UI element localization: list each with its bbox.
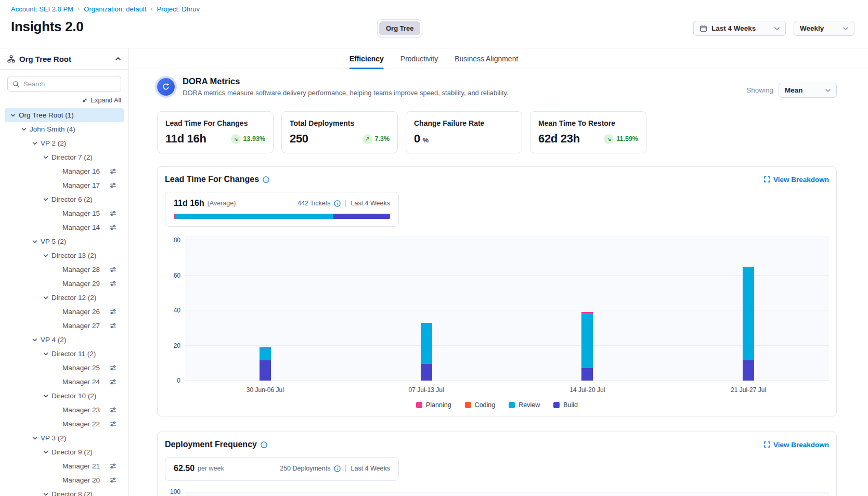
filters-icon[interactable] [110,477,116,484]
collapse-chevron-up-icon[interactable] [115,56,121,61]
filters-icon[interactable] [110,280,116,287]
tree-item[interactable]: John Smith (4) [5,122,124,136]
tab-productivity[interactable]: Productivity [400,48,438,69]
bar-1[interactable] [260,347,271,381]
legend-swatch [465,402,471,408]
tree-item[interactable]: Director 9 (2) [5,445,124,459]
tree-item[interactable]: Manager 28 [5,263,124,277]
org-tree-sidebar: Org Tree Root Expand All Org Tree Root (… [0,48,129,496]
breadcrumb-separator-icon: › [77,5,80,12]
chevron-down-icon [43,450,48,455]
org-tree-toggle-button[interactable]: Org Tree [379,21,420,35]
tree-item[interactable]: Manager 23 [5,403,124,417]
tree-item-label: Director 12 (2) [51,294,96,302]
showing-select[interactable]: Mean [779,83,837,98]
lead-time-panel-header: Lead Time For Changes View Breakdown [165,175,829,184]
tab-business-alignment[interactable]: Business Alignment [455,48,518,69]
date-range-select[interactable]: Last 4 Weeks [693,21,786,36]
interval-select[interactable]: Weekly [794,21,854,36]
legend-item-build[interactable]: Build [553,401,578,409]
tree-item[interactable]: Manager 29 [5,277,124,291]
search-input[interactable] [23,80,116,88]
bar-3[interactable] [581,312,593,381]
bar-segment-build [743,360,754,381]
tree-item[interactable]: Manager 26 [5,305,124,319]
tree-item[interactable]: Director 11 (2) [5,347,124,361]
chevron-down-icon [32,337,37,343]
filters-icon[interactable] [110,182,116,189]
bar-segment-review [743,267,754,360]
tree-item[interactable]: Director 10 (2) [5,389,124,403]
tree-item[interactable]: VP 5 (2) [5,234,124,249]
tree-item[interactable]: Director 13 (2) [5,249,124,263]
tree-item[interactable]: Manager 27 [5,319,124,333]
info-icon[interactable] [334,465,341,472]
tree-item[interactable]: Manager 17 [5,178,124,192]
bar-4[interactable] [743,267,754,381]
filters-icon[interactable] [110,266,116,273]
tree-item[interactable]: VP 2 (2) [5,136,124,150]
metric-card-value: 62d 23h [538,132,580,146]
tree-item[interactable]: Manager 21 [5,459,124,473]
tree-item[interactable]: Director 6 (2) [5,192,124,206]
tree-item[interactable]: Manager 14 [5,220,124,234]
tree-item[interactable]: VP 4 (2) [5,333,124,347]
tree-item[interactable]: Manager 16 [5,164,124,178]
tree-item-label: VP 3 (2) [41,434,66,442]
chevron-down-icon [843,27,848,31]
tree-item[interactable]: Director 12 (2) [5,291,124,305]
filters-icon[interactable] [110,168,116,175]
deployment-summary-top: 62.50 per week 250 Deployments Last 4 We… [174,464,390,473]
bar-segment-review [260,348,271,361]
legend-item-review[interactable]: Review [509,401,540,409]
expand-all-button[interactable]: Expand All [82,97,121,104]
deployment-panel-header: Deployment Frequency View Breakdown [165,440,829,449]
filters-icon[interactable] [110,308,116,315]
deployment-view-breakdown-link[interactable]: View Breakdown [764,441,829,449]
filters-icon[interactable] [110,224,116,231]
chevron-down-icon [825,88,831,93]
trend-delta-value: 13.93% [243,135,265,142]
filters-icon[interactable] [110,322,116,329]
lead-time-plot [185,236,829,381]
filters-icon[interactable] [110,210,116,217]
org-tree-list: Org Tree Root (1)John Smith (4)VP 2 (2)D… [0,107,128,496]
info-icon[interactable] [263,176,269,183]
filters-icon[interactable] [110,463,116,469]
divider [345,465,346,472]
lead-time-view-breakdown-link[interactable]: View Breakdown [764,176,829,184]
legend-item-planning[interactable]: Planning [416,401,451,409]
tree-item[interactable]: Manager 20 [5,473,124,487]
legend-item-coding[interactable]: Coding [465,401,496,409]
breadcrumb-link[interactable]: Project: Dhruv [157,5,200,13]
tree-item[interactable]: Manager 24 [5,375,124,389]
deployment-chart: 100 [165,492,829,496]
showing-control: Showing Mean [746,83,837,98]
bar-2[interactable] [421,323,432,381]
metric-card-label: Total Deployments [290,119,390,127]
tree-item[interactable]: Manager 15 [5,206,124,220]
info-icon[interactable] [334,200,341,207]
breadcrumb-link[interactable]: Organization: default [84,5,146,13]
trend-up-arrow-icon: ↗ [362,134,372,144]
filters-icon[interactable] [110,378,116,385]
y-tick-label: 0 [177,377,180,384]
tree-item[interactable]: Org Tree Root (1) [5,108,124,122]
lead-time-summary-card: 11d 16h (Average) 442 Tickets Last 4 Wee… [165,192,399,227]
tree-item[interactable]: VP 3 (2) [5,431,124,445]
tree-item[interactable]: Director 7 (2) [5,150,124,164]
filters-icon[interactable] [110,407,116,413]
top-controls: Last 4 Weeks Weekly [693,21,854,36]
filters-icon[interactable] [110,364,116,371]
tree-item[interactable]: Director 8 (2) [5,487,124,496]
chevron-down-icon [774,27,780,31]
tree-item-label: Director 13 (2) [51,252,96,259]
tree-item[interactable]: Manager 22 [5,417,124,431]
y-tick-label: 80 [174,237,180,244]
tree-item[interactable]: Manager 25 [5,361,124,375]
chevron-down-icon [43,253,48,258]
info-icon[interactable] [261,441,267,448]
breadcrumb-link[interactable]: Account: SEI 2.0 PM [11,5,73,13]
tab-efficiency[interactable]: Efficiency [349,48,384,69]
filters-icon[interactable] [110,421,116,427]
